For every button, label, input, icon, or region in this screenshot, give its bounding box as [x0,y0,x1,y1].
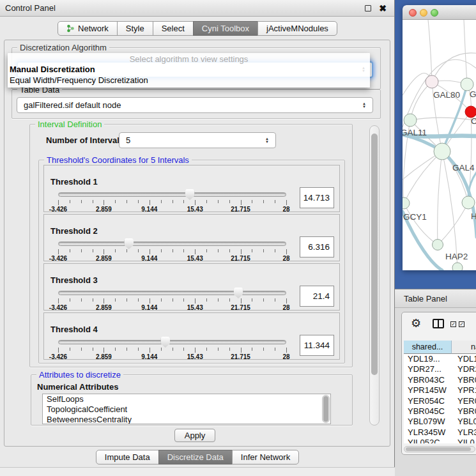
network-canvas[interactable]: GAL80GACGAL11GAL4GCY1HHAP2 [403,20,476,270]
table-scrollbar-thumb[interactable] [406,447,471,451]
table-data-combobox[interactable]: galFiltered.sif default node ▲▼ [17,97,373,113]
tab-impute-data[interactable]: Impute Data [96,450,159,464]
control-panel-titlebar: Control Panel ✖ [0,0,394,17]
select-all-checkbox-icon[interactable]: ✓ [459,321,464,327]
threshold-3-slider[interactable]: -3.4262.8599.14415.4321.71528 [58,291,286,311]
slider-handle[interactable] [160,337,170,348]
tab-cyni-toolbox[interactable]: Cyni Toolbox [193,21,258,36]
attribute-item[interactable]: TopologicalCoefficient [43,404,330,415]
table-row[interactable]: YPR145WYPR1 [404,385,476,395]
network-node-ga[interactable] [461,78,473,91]
table-row[interactable]: YLR345WYLR3 [404,427,476,438]
bottom-tab-bar: Impute DataDiscretize DataInfer Network [0,450,395,464]
minimize-traffic-light-icon[interactable] [420,9,427,17]
tab-jactivemnodules[interactable]: jActiveMNodules [257,21,337,36]
network-edge[interactable] [464,20,467,84]
table-row[interactable]: YBL079WYBL0 [404,417,476,427]
table-row[interactable]: YBR045CYBR0 [404,406,476,417]
attribute-item[interactable]: SelfLoops [43,394,330,404]
dropdown-option-manual-discretization[interactable]: Manual Discretization [10,65,95,75]
scale-label: 2.859 [96,206,112,213]
tab-infer-network[interactable]: Infer Network [232,450,299,464]
cell-name: YIL0 [457,438,475,443]
tick-mark [286,298,287,303]
tick-mark [138,249,139,252]
tick-mark [195,348,196,353]
network-edge[interactable] [432,53,476,82]
threshold-4-slider[interactable]: -3.4262.8599.14415.4321.71528 [58,340,286,360]
attributes-scrollbar-thumb[interactable] [323,396,328,422]
content-scrollbar-thumb[interactable] [371,134,378,375]
network-desktop: GAL80GACGAL11GAL4GCY1HHAP2 [395,0,476,289]
cell-name: YBR0 [457,375,476,385]
network-node[interactable] [452,263,463,270]
network-edge[interactable] [438,151,442,245]
slider-handle[interactable] [124,238,134,249]
slider-track[interactable] [58,192,286,197]
network-node-gal4[interactable] [434,143,450,160]
table-body[interactable]: YDL19...YDL1YDR27...YDR2YBR043CYBR0YPR14… [404,354,476,443]
table-panel-title: Table Panel [404,289,447,308]
dropdown-hint-item[interactable]: Select algorithm to view settings [8,54,370,65]
apply-button[interactable]: Apply [174,429,215,442]
tab-select[interactable]: Select [153,21,194,36]
gear-icon[interactable]: ⚙ [411,316,421,330]
table-horizontal-scrollbar[interactable] [404,446,475,452]
number-of-intervals-combobox[interactable]: 5 ▲▼ [119,132,276,148]
close-icon[interactable]: ✖ [379,3,387,14]
table-row[interactable]: YBR043CYBR0 [404,375,476,385]
float-window-icon[interactable] [365,5,371,12]
column-header-name[interactable]: na [452,341,476,354]
slider-track[interactable] [58,242,286,246]
network-edge[interactable] [428,20,432,82]
threshold-2-slider[interactable]: -3.4262.8599.14415.4321.71528 [58,242,286,262]
network-node-gal80[interactable] [426,75,438,88]
network-node-gal11[interactable] [404,114,417,127]
threshold-2-value-field[interactable]: 6.316 [300,236,334,257]
network-node-gcy1[interactable] [403,197,410,209]
network-edge[interactable] [404,151,442,203]
scale-label: 9.144 [141,353,157,360]
network-node-h[interactable] [462,196,475,209]
tick-mark [58,348,59,353]
scale-label: -3.426 [49,304,67,311]
tab-discretize-data[interactable]: Discretize Data [158,450,233,464]
threshold-3-value-field[interactable]: 21.4 [300,286,334,307]
tick-mark [150,298,150,303]
slider-track[interactable] [58,340,286,344]
cell-shared-name: YDR27... [408,364,441,374]
scale-label: 21.715 [231,353,250,360]
network-node-hap2[interactable] [433,240,443,250]
tab-style[interactable]: Style [117,21,153,36]
tab-network[interactable]: Network [58,21,118,36]
close-traffic-light-icon[interactable] [409,9,417,17]
table-row[interactable]: YIL052CYIL0 [404,438,476,443]
network-icon [66,24,75,33]
zoom-traffic-light-icon[interactable] [431,9,438,17]
cell-shared-name: YIL052C [408,438,440,443]
tick-mark [241,200,242,205]
table-row[interactable]: YDR27...YDR2 [404,364,476,374]
attributes-scrollbar[interactable] [322,395,330,423]
slider-track[interactable] [58,291,286,295]
slider-handle[interactable] [234,288,243,298]
attribute-item[interactable]: BetweennessCentrality [43,415,330,424]
threshold-4-value-field[interactable]: 11.344 [300,335,334,356]
column-header-shared-name[interactable]: shared... [404,341,452,354]
threshold-1-slider[interactable]: -3.4262.8599.14415.4321.71528 [58,192,286,213]
table-row[interactable]: YER054CYER0 [404,396,476,406]
select-checkbox-icon[interactable]: ✓ [450,321,456,327]
numerical-attributes-list[interactable]: SelfLoopsTopologicalCoefficientBetweenne… [42,394,331,424]
tick-mark [81,200,82,203]
network-edge[interactable] [438,203,468,245]
tick-mark [252,298,252,302]
split-columns-icon[interactable] [433,319,444,328]
threshold-1-value-field[interactable]: 14.713 [300,187,334,208]
table-row[interactable]: YDL19...YDL1 [404,354,476,364]
tick-mark [275,249,275,252]
content-scrollbar[interactable] [369,125,380,426]
tick-mark [161,249,162,252]
dropdown-option-equal-width[interactable]: Equal Width/Frequency Discretization [10,75,148,86]
slider-handle[interactable] [185,189,195,200]
tick-mark [104,348,104,353]
